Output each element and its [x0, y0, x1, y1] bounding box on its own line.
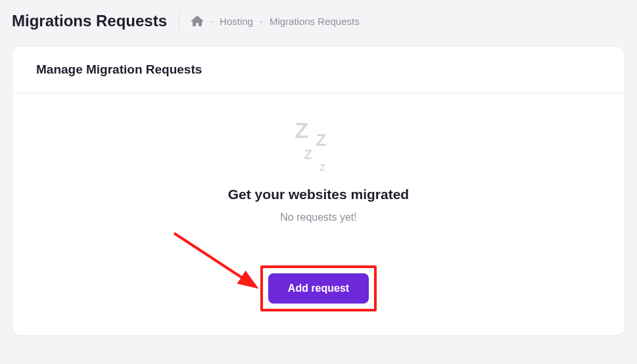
header-divider	[179, 12, 179, 30]
breadcrumb-sep: -	[210, 16, 213, 27]
card-body: ZZZZ Get your websites migrated No reque…	[12, 93, 625, 335]
home-icon[interactable]	[191, 15, 203, 27]
empty-state-title: Get your websites migrated	[26, 187, 611, 202]
add-request-button[interactable]: Add request	[268, 273, 369, 304]
breadcrumb-current: Migrations Requests	[270, 16, 360, 27]
migration-card: Manage Migration Requests ZZZZ Get your …	[12, 46, 625, 336]
breadcrumb-sep: -	[260, 16, 263, 27]
breadcrumb: - Hosting - Migrations Requests	[191, 15, 360, 27]
page-title: Migrations Requests	[12, 12, 167, 30]
card-header-title: Manage Migration Requests	[36, 62, 601, 77]
annotation-highlight-box: Add request	[260, 265, 377, 311]
annotation-arrow-icon	[169, 228, 268, 300]
empty-state-subtitle: No requests yet!	[26, 212, 611, 223]
breadcrumb-hosting[interactable]: Hosting	[220, 16, 253, 27]
sleep-icon: ZZZZ	[293, 120, 345, 172]
card-header: Manage Migration Requests	[12, 47, 625, 93]
svg-line-1	[174, 233, 254, 286]
